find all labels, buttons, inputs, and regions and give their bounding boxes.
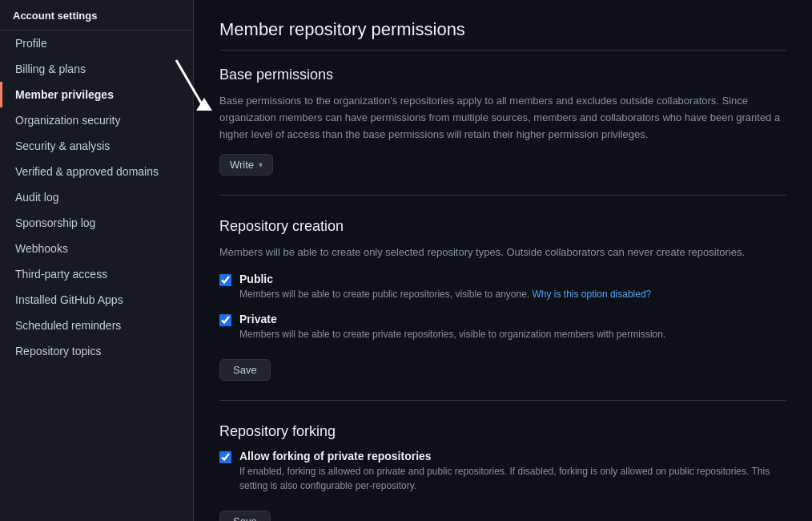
private-repo-checkbox[interactable] [219, 314, 231, 326]
repo-forking-section: Repository forking Allow forking of priv… [219, 423, 786, 521]
public-repo-desc: Members will be able to create public re… [239, 287, 651, 301]
public-repo-checkbox-item: Public Members will be able to create pu… [219, 273, 786, 301]
sidebar-header: Account settings [0, 0, 193, 30]
base-permissions-title: Base permissions [219, 67, 786, 83]
dropdown-label: Write [230, 159, 254, 171]
sidebar: Account settings Profile Billing & plans… [0, 0, 194, 521]
sidebar-item-verified-domains[interactable]: Verified & approved domains [0, 159, 193, 184]
sidebar-item-sponsorship-log[interactable]: Sponsorship log [0, 210, 193, 236]
repo-creation-title: Repository creation [219, 218, 786, 235]
allow-forking-label-group: Allow forking of private repositories If… [239, 450, 786, 493]
allow-forking-desc: If enabled, forking is allowed on privat… [239, 464, 786, 493]
sidebar-item-repo-topics[interactable]: Repository topics [0, 338, 193, 364]
sidebar-item-audit-log[interactable]: Audit log [0, 184, 193, 210]
repo-creation-section: Repository creation Members will be able… [219, 218, 786, 401]
sidebar-item-billing[interactable]: Billing & plans [0, 56, 193, 82]
allow-forking-checkbox[interactable] [219, 451, 231, 463]
sidebar-item-webhooks[interactable]: Webhooks [0, 236, 193, 261]
sidebar-item-profile[interactable]: Profile [0, 30, 193, 56]
private-repo-desc: Members will be able to create private r… [239, 327, 665, 341]
sidebar-item-security-analysis[interactable]: Security & analysis [0, 133, 193, 159]
allow-forking-label[interactable]: Allow forking of private repositories [239, 450, 432, 462]
sidebar-item-org-security[interactable]: Organization security [0, 107, 193, 133]
repo-forking-title: Repository forking [219, 423, 786, 440]
public-repo-label[interactable]: Public [239, 273, 273, 285]
why-disabled-link[interactable]: Why is this option disabled? [533, 289, 652, 300]
main-content: Member repository permissions Base permi… [194, 0, 812, 521]
allow-forking-checkbox-item: Allow forking of private repositories If… [219, 450, 786, 493]
page-title: Member repository permissions [219, 19, 786, 50]
sidebar-item-installed-apps[interactable]: Installed GitHub Apps [0, 287, 193, 313]
sidebar-item-member-privileges[interactable]: Member privileges [0, 82, 193, 107]
dropdown-arrow-icon: ▾ [259, 160, 263, 169]
base-permissions-description: Base permissions to the organization's r… [219, 93, 786, 143]
sidebar-nav: Profile Billing & plans Member privilege… [0, 30, 193, 364]
private-repo-checkbox-item: Private Members will be able to create p… [219, 313, 786, 341]
repo-creation-save-button[interactable]: Save [219, 359, 271, 381]
base-permissions-dropdown[interactable]: Write ▾ [219, 154, 273, 176]
public-repo-checkbox[interactable] [219, 274, 231, 286]
sidebar-item-scheduled-reminders[interactable]: Scheduled reminders [0, 313, 193, 338]
private-repo-label-group: Private Members will be able to create p… [239, 313, 665, 341]
sidebar-item-third-party[interactable]: Third-party access [0, 261, 193, 287]
repo-forking-save-button[interactable]: Save [219, 511, 271, 521]
public-repo-label-group: Public Members will be able to create pu… [239, 273, 651, 301]
private-repo-label[interactable]: Private [239, 313, 277, 325]
repo-creation-description: Members will be able to create only sele… [219, 244, 786, 261]
base-permissions-section: Base permissions Base permissions to the… [219, 67, 786, 196]
